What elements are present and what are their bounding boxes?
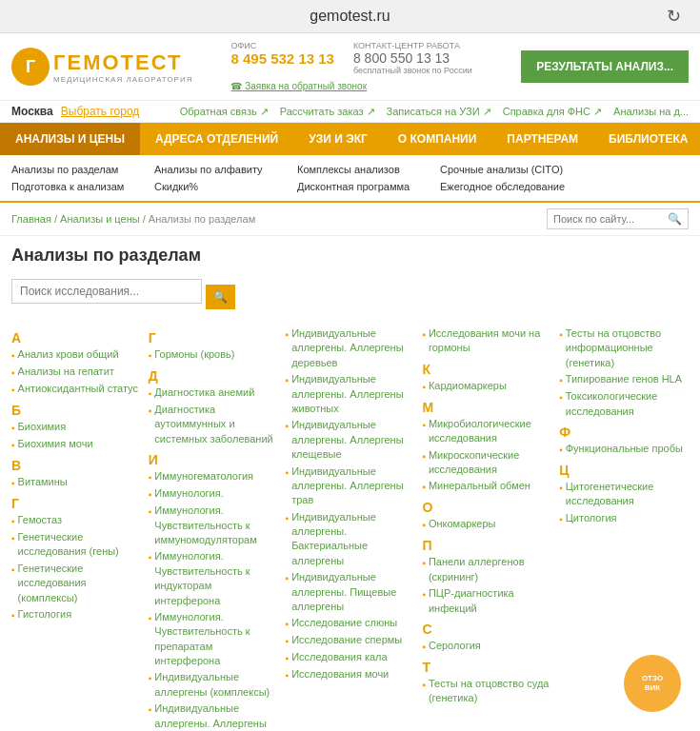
list-item[interactable]: ▪Антиоксидантный статус — [11, 382, 141, 397]
list-item[interactable]: ▪Онкомаркеры — [422, 517, 551, 532]
research-search-input[interactable] — [11, 279, 202, 304]
list-item[interactable]: ▪Исследование слюны — [286, 616, 415, 631]
item-label[interactable]: Цитогенетические исследования — [566, 480, 689, 509]
item-label[interactable]: Гистология — [18, 607, 72, 622]
list-item[interactable]: ▪Типирование генов HLA — [559, 372, 689, 387]
list-item[interactable]: ▪Иммунология. Чувствительность к препара… — [149, 610, 278, 669]
breadcrumb-item[interactable]: Анализы и цены / — [60, 213, 149, 225]
list-item[interactable]: ▪Биохимия — [11, 420, 141, 435]
phone1[interactable]: 8 495 532 13 13 — [230, 50, 333, 67]
item-label[interactable]: Микроскопические исследования — [429, 448, 551, 478]
list-item[interactable]: ▪Функциональные пробы — [559, 442, 689, 457]
item-label[interactable]: Диагностика аутоиммунных и системных заб… — [154, 403, 277, 446]
item-label[interactable]: Онкомаркеры — [429, 517, 496, 531]
item-label[interactable]: Исследования кала — [291, 650, 388, 664]
list-item[interactable]: ▪Цитогенетические исследования — [559, 480, 689, 509]
nav-item[interactable]: УЗИ И ЭКГ — [293, 123, 383, 155]
sub-nav-item[interactable]: Скидки% — [154, 178, 297, 195]
item-label[interactable]: Токсикологические исследования — [566, 389, 689, 419]
list-item[interactable]: ▪Иммуногематология — [149, 469, 278, 484]
research-search-button[interactable]: 🔍 — [206, 285, 235, 309]
item-label[interactable]: Витамины — [18, 475, 68, 489]
nav-item[interactable]: ПАРТНЕРАМ — [491, 123, 593, 155]
item-label[interactable]: Анализ крови общий — [18, 347, 119, 362]
item-label[interactable]: Индивидуальные аллергены. Аллергены трав — [291, 464, 414, 508]
item-label[interactable]: Биохимия мочи — [18, 437, 93, 451]
sub-nav-item[interactable]: Срочные анализы (CITO) — [440, 161, 583, 178]
breadcrumb-item[interactable]: Главная / — [11, 213, 60, 225]
sub-nav-item[interactable]: Комплексы анализов — [297, 161, 440, 178]
item-label[interactable]: Анализы на гепатит — [18, 365, 114, 379]
list-item[interactable]: ▪Биохимия мочи — [11, 437, 141, 452]
item-label[interactable]: Генетические исследования (комплексы) — [18, 562, 141, 605]
list-item[interactable]: ▪ПЦР-диагностика инфекций — [422, 586, 551, 616]
list-item[interactable]: ▪Тесты на отцовство информационные (гене… — [559, 326, 689, 370]
item-label[interactable]: Индивидуальные аллергены. Аллергены гриб… — [154, 701, 277, 731]
item-label[interactable]: Серология — [429, 639, 481, 653]
list-item[interactable]: ▪Панели аллергенов (скрининг) — [422, 555, 551, 584]
item-label[interactable]: Типирование генов HLA — [566, 372, 682, 386]
item-label[interactable]: Функциональные пробы — [566, 442, 683, 456]
item-label[interactable]: Индивидуальные аллергены. Аллергены живо… — [291, 372, 414, 416]
list-item[interactable]: ▪Генетические исследования (гены) — [11, 530, 141, 560]
phone2[interactable]: 8 800 550 13 13 — [353, 50, 472, 66]
item-label[interactable]: ПЦР-диагностика инфекций — [429, 586, 551, 616]
list-item[interactable]: ▪Индивидуальные аллергены. Аллергены тра… — [286, 464, 415, 508]
list-item[interactable]: ▪Микроскопические исследования — [422, 448, 551, 478]
item-label[interactable]: Диагностика анемий — [154, 385, 254, 400]
list-item[interactable]: ▪Индивидуальные аллергены. Аллергены кле… — [286, 418, 415, 462]
list-item[interactable]: ▪Гормоны (кровь) — [149, 347, 278, 363]
sub-nav-item[interactable]: Дисконтная программа — [297, 178, 440, 195]
item-label[interactable]: Индивидуальные аллергены. Аллергены дере… — [291, 326, 414, 370]
nav-item[interactable]: БИБЛИОТЕКА — [593, 123, 700, 155]
list-item[interactable]: ▪Кардиомаркеры — [422, 379, 551, 394]
list-item[interactable]: ▪Гистология — [11, 607, 141, 622]
city-link-item[interactable]: Обратная связь ↗ — [180, 106, 269, 118]
item-label[interactable]: Микробиологические исследования — [429, 417, 551, 446]
list-item[interactable]: ▪Тесты на отцовство суда (генетика) — [422, 677, 551, 706]
list-item[interactable]: ▪Анализы на гепатит — [11, 365, 141, 380]
item-label[interactable]: Исследования мочи на гормоны — [429, 326, 551, 356]
reload-icon[interactable]: ↻ — [667, 6, 681, 27]
city-link-item[interactable]: Записаться на УЗИ ↗ — [387, 106, 491, 118]
list-item[interactable]: ▪Диагностика аутоиммунных и системных за… — [149, 403, 278, 446]
list-item[interactable]: ▪Цитология — [559, 511, 689, 526]
item-label[interactable]: Цитология — [566, 511, 617, 525]
list-item[interactable]: ▪Индивидуальные аллергены (комплексы) — [149, 670, 278, 700]
results-button[interactable]: РЕЗУЛЬТАТЫ АНАЛИЗ... — [521, 50, 689, 83]
item-label[interactable]: Гормоны (кровь) — [154, 347, 234, 362]
city-link-item[interactable]: Справка для ФНС ↗ — [503, 106, 602, 118]
item-label[interactable]: Иммуногематология — [154, 469, 253, 484]
choose-city-link[interactable]: Выбрать город — [61, 105, 140, 118]
list-item[interactable]: ▪Иммунология. Чувствительность к индукто… — [149, 549, 278, 608]
item-label[interactable]: Исследование спермы — [291, 633, 402, 647]
item-label[interactable]: Индивидуальные аллергены. Аллергены клещ… — [291, 418, 414, 462]
item-label[interactable]: Кардиомаркеры — [429, 379, 507, 393]
sub-nav-item[interactable]: Анализы по разделам — [11, 161, 154, 178]
list-item[interactable]: ▪Гемостаз — [11, 513, 141, 528]
list-item[interactable]: ▪Индивидуальные аллергены. Бактериальные… — [286, 510, 415, 569]
list-item[interactable]: ▪Исследование спермы — [286, 633, 415, 648]
list-item[interactable]: ▪Индивидуальные аллергены. Пищевые аллер… — [286, 570, 415, 614]
list-item[interactable]: ▪Микробиологические исследования — [422, 417, 551, 446]
list-item[interactable]: ▪Минеральный обмен — [422, 479, 551, 494]
list-item[interactable]: ▪Исследования мочи — [286, 667, 415, 682]
item-label[interactable]: Иммунология. Чувствительность к индуктор… — [154, 549, 277, 608]
sub-nav-item[interactable]: Ежегодное обследование — [440, 178, 583, 195]
list-item[interactable]: ▪Индивидуальные аллергены. Аллергены жив… — [286, 372, 415, 416]
list-item[interactable]: ▪Токсикологические исследования — [559, 389, 689, 419]
list-item[interactable]: ▪Диагностика анемий — [149, 385, 278, 401]
item-label[interactable]: Тесты на отцовство информационные (генет… — [566, 326, 689, 370]
site-search-input[interactable] — [553, 213, 668, 225]
item-label[interactable]: Исследование слюны — [291, 616, 397, 630]
callback-link[interactable]: ☎ Заявка на обратный звонок — [230, 81, 367, 91]
item-label[interactable]: Индивидуальные аллергены. Пищевые аллерг… — [291, 570, 414, 614]
list-item[interactable]: ▪Витамины — [11, 475, 141, 490]
list-item[interactable]: ▪Генетические исследования (комплексы) — [11, 562, 141, 605]
list-item[interactable]: ▪Анализ крови общий — [11, 347, 141, 363]
search-icon[interactable]: 🔍 — [668, 212, 682, 226]
item-label[interactable]: Иммунология. Чувствительность к иммуномо… — [154, 504, 277, 547]
list-item[interactable]: ▪Исследования мочи на гормоны — [422, 326, 551, 356]
nav-item[interactable]: АДРЕСА ОТДЕЛЕНИЙ — [140, 123, 293, 155]
item-label[interactable]: Минеральный обмен — [429, 479, 530, 493]
